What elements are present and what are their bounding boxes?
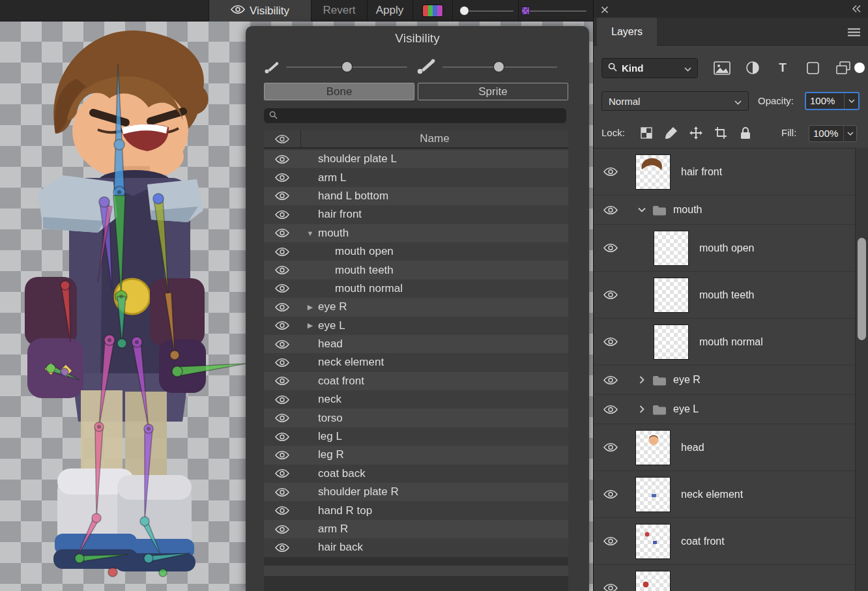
visibility-row[interactable]: mouth teeth [264, 261, 568, 279]
eye-visibility-toggle-icon[interactable] [264, 228, 300, 238]
bone-color-palette-icon[interactable] [422, 5, 443, 17]
expand-group-icon[interactable] [637, 405, 647, 413]
layer-name-label[interactable]: hair front [681, 166, 722, 178]
eye-visibility-toggle-icon[interactable] [594, 375, 628, 385]
eye-visibility-toggle-icon[interactable] [594, 442, 628, 452]
eye-visibility-toggle-icon[interactable] [264, 321, 300, 330]
visibility-toggle-button[interactable]: Visibility [209, 0, 311, 22]
collapse-panel-icon[interactable] [850, 4, 862, 16]
fill-control[interactable]: 100% [809, 125, 857, 142]
visibility-row[interactable]: leg R [264, 446, 568, 464]
eye-visibility-toggle-icon[interactable] [264, 339, 300, 349]
visibility-search-input[interactable] [282, 111, 561, 121]
bone-size-slider-knob[interactable] [341, 61, 353, 72]
search-box[interactable] [264, 108, 566, 123]
layer-row[interactable]: coat front [594, 518, 855, 565]
expand-arrow-icon[interactable]: ▶ [304, 303, 316, 311]
visibility-row[interactable]: torso [264, 409, 568, 427]
visibility-row[interactable]: hand L bottom [264, 187, 568, 205]
lock-all-padlock-icon[interactable] [733, 126, 758, 139]
visibility-row[interactable]: ▼mouth [264, 224, 568, 242]
eye-visibility-toggle-icon[interactable] [264, 543, 300, 553]
layer-thumbnail[interactable] [654, 278, 689, 313]
eye-visibility-toggle-icon[interactable] [264, 265, 300, 275]
layer-name-label[interactable]: mouth [673, 204, 702, 216]
type-layer-filter-icon[interactable]: T [773, 61, 792, 75]
layer-row[interactable]: mouth open [594, 225, 855, 272]
eye-visibility-toggle-icon[interactable] [264, 376, 300, 386]
eye-visibility-toggle-icon[interactable] [264, 247, 300, 257]
collapse-arrow-icon[interactable]: ▼ [304, 229, 316, 237]
visibility-row[interactable]: mouth open [264, 242, 568, 261]
collapse-group-icon[interactable] [637, 207, 647, 212]
lock-image-pixels-brush-icon[interactable] [659, 126, 684, 139]
apply-button[interactable]: Apply [367, 0, 412, 22]
visibility-row[interactable]: neck element [264, 353, 568, 371]
tab-sprite[interactable]: Sprite [418, 83, 568, 100]
tab-bone[interactable]: Bone [264, 83, 414, 100]
opacity-value[interactable]: 100% [806, 93, 844, 109]
close-icon[interactable] [601, 5, 609, 16]
blend-mode-dropdown[interactable]: Normal [601, 91, 749, 111]
eye-visibility-toggle-icon[interactable] [264, 506, 300, 515]
layer-name-label[interactable]: head [681, 442, 704, 454]
layer-thumbnail[interactable] [635, 154, 671, 190]
visibility-row[interactable]: hair back [264, 538, 568, 556]
visibility-row[interactable]: head [264, 335, 568, 353]
revert-button[interactable]: Revert [312, 0, 366, 22]
layer-thumbnail[interactable] [654, 324, 689, 360]
layer-thumbnail[interactable] [635, 430, 671, 465]
eye-visibility-toggle-icon[interactable] [264, 487, 300, 497]
eye-visibility-toggle-icon[interactable] [594, 243, 628, 253]
lock-transparent-pixels-icon[interactable] [634, 127, 659, 139]
eye-visibility-toggle-icon[interactable] [594, 583, 628, 591]
pixel-layer-filter-icon[interactable] [712, 61, 732, 75]
eye-visibility-toggle-icon[interactable] [594, 489, 628, 499]
layer-thumbnail[interactable] [635, 477, 671, 512]
layer-thumbnail[interactable] [635, 524, 671, 559]
eye-visibility-toggle-icon[interactable] [264, 191, 300, 201]
expand-arrow-icon[interactable]: ▶ [304, 321, 316, 330]
bone-scale-slider-knob[interactable] [493, 61, 504, 72]
eye-visibility-toggle-icon[interactable] [264, 210, 300, 220]
layer-name-label[interactable]: neck element [681, 489, 743, 500]
eye-visibility-toggle-icon[interactable] [264, 413, 300, 423]
layer-group-row[interactable]: mouth [594, 195, 855, 225]
eye-visibility-toggle-icon[interactable] [594, 337, 628, 347]
eye-visibility-toggle-icon[interactable] [594, 536, 628, 546]
layer-thumbnail[interactable] [654, 231, 689, 266]
eye-visibility-toggle-icon[interactable] [264, 173, 300, 182]
opacity-control[interactable]: 100% [805, 92, 860, 110]
visibility-row[interactable]: ▶eye L [264, 317, 568, 335]
visibility-row[interactable]: shoulder plate L [264, 150, 568, 168]
lock-position-move-icon[interactable] [684, 126, 708, 140]
scroll-dot[interactable] [854, 63, 865, 73]
eye-visibility-toggle-icon[interactable] [594, 290, 628, 300]
visibility-row[interactable]: leg L [264, 427, 568, 446]
layer-row[interactable]: neck element [594, 471, 855, 518]
scrollbar-thumb[interactable] [858, 238, 866, 340]
kind-filter-dropdown[interactable]: Kind [601, 58, 698, 78]
layer-name-label[interactable]: eye R [673, 374, 701, 386]
visibility-row[interactable]: coat front [264, 372, 568, 390]
layers-scrollbar[interactable] [855, 148, 868, 591]
layer-name-label[interactable]: eye L [673, 403, 699, 415]
visibility-row[interactable]: hand R top [264, 501, 568, 519]
adjustment-layer-filter-icon[interactable] [743, 61, 762, 75]
expand-group-icon[interactable] [637, 376, 647, 384]
layer-name-label[interactable]: mouth teeth [699, 289, 755, 301]
shape-layer-filter-icon[interactable] [803, 61, 823, 75]
layer-thumbnail[interactable] [635, 571, 671, 591]
eye-visibility-toggle-icon[interactable] [264, 450, 300, 460]
visibility-row[interactable]: coat back [264, 465, 568, 483]
visibility-row[interactable]: shoulder plate R [264, 483, 568, 501]
tab-layers[interactable]: Layers [597, 18, 657, 46]
layer-row[interactable]: mouth normal [594, 319, 855, 366]
eye-visibility-toggle-icon[interactable] [594, 205, 628, 215]
eye-visibility-toggle-icon[interactable] [594, 167, 628, 177]
eye-visibility-toggle-icon[interactable] [264, 358, 300, 368]
visibility-row[interactable]: neck [264, 390, 568, 409]
layer-name-label[interactable]: mouth open [699, 242, 755, 254]
layer-group-row[interactable]: eye L [594, 395, 855, 424]
visibility-row[interactable]: arm L [264, 168, 568, 186]
